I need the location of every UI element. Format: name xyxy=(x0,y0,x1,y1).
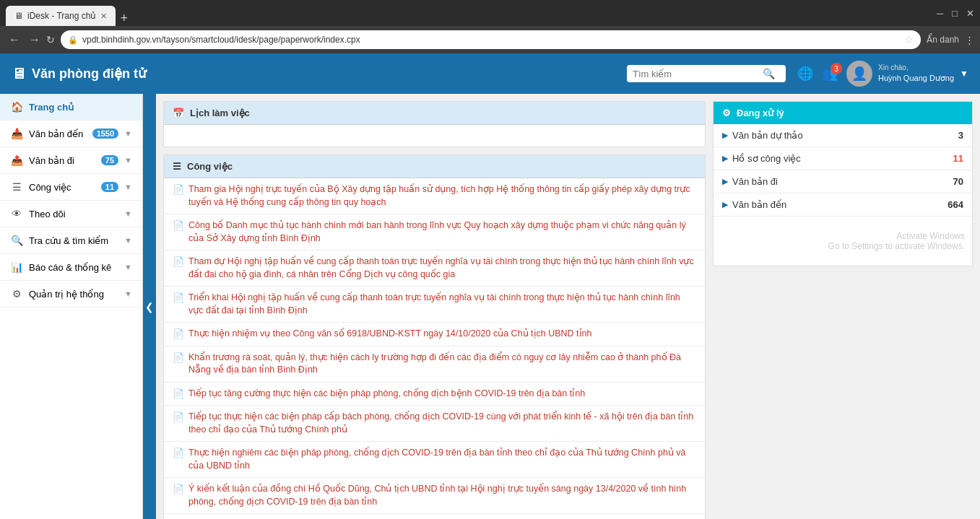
anonym-label: Ẩn danh xyxy=(927,35,959,45)
processing-item-vbd[interactable]: ▶ Văn bản đi 70 xyxy=(714,170,972,193)
sidebar-item-quan-tri[interactable]: ⚙ Quản trị hệ thống ▼ xyxy=(0,281,142,308)
menu-button[interactable]: ⋮ xyxy=(965,35,974,45)
work-link[interactable]: Tham dự Hội nghị tập huấn về cung cấp th… xyxy=(188,256,696,281)
processing-label[interactable]: Văn bản đi xyxy=(732,176,953,187)
work-link[interactable]: Ý kiến kết luận của đồng chí Hồ Quốc Dũn… xyxy=(188,483,696,508)
sidebar-item-cong-viec[interactable]: ☰ Công việc 11 ▼ xyxy=(0,174,142,201)
tab-bar: 🖥 iDesk - Trang chủ ✕ + xyxy=(6,0,132,26)
app-logo: 🖥 Văn phòng điện tử xyxy=(12,66,146,82)
close-button[interactable]: ✕ xyxy=(966,8,974,19)
list-item: 📄 Công bố Danh mục thủ tục hành chính mớ… xyxy=(164,214,705,250)
window-controls: ─ □ ✕ xyxy=(937,8,974,19)
calendar-header: 📅 Lịch làm việc xyxy=(164,102,705,125)
app-body: 🏠 Trang chủ 📥 Văn bản đến 1550 ▼ 📤 Văn b… xyxy=(0,94,980,519)
sidebar-collapse-button[interactable]: ❮ xyxy=(143,94,156,519)
work-link[interactable]: Thực hiện nghiêm các biện pháp phòng, ch… xyxy=(188,447,696,472)
nav-buttons: ← → ↻ xyxy=(6,33,55,46)
work-header: ☰ Công việc xyxy=(164,155,705,178)
list-item: 📄 Tiếp tục tăng cường thực hiện các biện… xyxy=(164,383,705,406)
search-button[interactable]: 🔍 xyxy=(763,68,775,79)
extension-buttons: Ẩn danh ⋮ xyxy=(927,35,974,45)
doc-icon: 📄 xyxy=(173,328,184,339)
chevron-down-icon: ▼ xyxy=(124,209,132,218)
arrow-icon: ▶ xyxy=(722,177,728,186)
user-section[interactable]: 👤 Xin chào, Huỳnh Quang Dương ▼ xyxy=(846,61,968,87)
work-link[interactable]: Tiếp tục tăng cường thực hiện các biện p… xyxy=(188,388,585,401)
work-icon: ☰ xyxy=(173,161,181,172)
arrow-icon: ▶ xyxy=(722,131,728,140)
forward-button[interactable]: → xyxy=(26,33,43,46)
watermark-line1: Activate Windows xyxy=(721,231,965,241)
search-box[interactable]: 🔍 xyxy=(627,65,786,82)
sidebar-item-label: Báo cáo & thống kê xyxy=(29,262,118,273)
processing-label[interactable]: Văn bản dự thảo xyxy=(732,130,958,141)
sidebar-item-trang-chu[interactable]: 🏠 Trang chủ xyxy=(0,94,142,121)
globe-icon[interactable]: 🌐 xyxy=(797,66,813,82)
maximize-button[interactable]: □ xyxy=(952,8,958,19)
processing-item-hoso[interactable]: ▶ Hồ sơ công việc 11 xyxy=(714,147,972,170)
chevron-down-icon: ▼ xyxy=(124,156,132,165)
inbox-icon: 📥 xyxy=(10,128,23,139)
work-title: Công việc xyxy=(187,161,233,172)
work-link[interactable]: Khẩn trương rà soát, quản lý, thực hiện … xyxy=(188,352,696,377)
sidebar-item-van-ban-di[interactable]: 📤 Văn bản đi 75 ▼ xyxy=(0,147,142,174)
processing-item-draft[interactable]: ▶ Văn bản dự thảo 3 xyxy=(714,124,972,147)
lock-icon: 🔒 xyxy=(68,35,78,45)
processing-label[interactable]: Văn bản đến xyxy=(732,199,948,210)
processing-header: ⚙ Đang xử lý xyxy=(714,102,972,124)
tab-close-button[interactable]: ✕ xyxy=(100,12,107,21)
chevron-down-icon: ▼ xyxy=(124,236,132,245)
new-tab-button[interactable]: + xyxy=(116,11,132,26)
processing-item-vbd2[interactable]: ▶ Văn bản đến 664 xyxy=(714,193,972,217)
sidebar-item-van-ban-den[interactable]: 📥 Văn bản đến 1550 ▼ xyxy=(0,121,142,147)
processing-count: 664 xyxy=(948,199,963,210)
processing-count: 70 xyxy=(953,176,963,187)
search-input[interactable] xyxy=(633,69,763,79)
doc-icon: 📄 xyxy=(173,352,184,363)
sidebar-item-bao-cao[interactable]: 📊 Báo cáo & thống kê ▼ xyxy=(0,254,142,281)
list-item: 📄 Tham dự Hội nghị tập huấn về cung cấp … xyxy=(164,250,705,287)
active-tab[interactable]: 🖥 iDesk - Trang chủ ✕ xyxy=(6,6,116,26)
url-bar[interactable]: 🔒 vpdt.binhdinh.gov.vn/tayson/smartcloud… xyxy=(61,30,921,49)
tab-title: iDesk - Trang chủ xyxy=(27,11,96,21)
watermark-line2: Go to Settings to activate Windows. xyxy=(721,241,965,251)
work-link[interactable]: Công bố Danh mục thủ tục hành chính mới … xyxy=(188,219,696,245)
list-item: 📄 Khẩn trương rà soát, quản lý, thực hiệ… xyxy=(164,346,705,383)
reload-button[interactable]: ↻ xyxy=(46,33,55,46)
eye-icon: 👁 xyxy=(10,208,23,219)
sidebar-item-label: Văn bản đến xyxy=(29,128,87,139)
sidebar-item-tra-cuu[interactable]: 🔍 Tra cứu & tìm kiếm ▼ xyxy=(0,227,142,254)
work-link[interactable]: Tham gia Hội nghị trực tuyến của Bộ Xây … xyxy=(188,183,696,209)
sidebar-item-label: Tra cứu & tìm kiếm xyxy=(29,235,118,246)
doc-icon: 📄 xyxy=(173,184,184,195)
back-button[interactable]: ← xyxy=(6,33,23,46)
gear-icon: ⚙ xyxy=(722,108,731,118)
list-item: 📄 Ý kiến kết luận của đồng chí Hồ Quốc D… xyxy=(164,478,705,513)
see-more-row: Xem thêm 1049 dữ liệu khác xyxy=(164,513,705,519)
notification-bell[interactable]: 👥 3 xyxy=(822,66,838,82)
calendar-icon: 📅 xyxy=(173,108,184,118)
cong-viec-badge: 11 xyxy=(101,182,118,192)
sidebar-item-label: Quản trị hệ thống xyxy=(29,289,118,300)
list-item: 📄 Tham gia Hội nghị trực tuyến của Bộ Xâ… xyxy=(164,178,705,214)
work-link[interactable]: Thực hiện nhiệm vụ theo Công văn số 6918… xyxy=(188,328,591,341)
chevron-down-icon: ▼ xyxy=(124,263,132,271)
work-section: ☰ Công việc 📄 Tham gia Hội nghị trực tuy… xyxy=(163,154,706,519)
list-item: 📄 Thực hiện nghiêm các biện pháp phòng, … xyxy=(164,442,705,478)
arrow-icon: ▶ xyxy=(722,200,728,209)
monitor-icon: 🖥 xyxy=(12,66,26,82)
sidebar-item-theo-doi[interactable]: 👁 Theo dõi ▼ xyxy=(0,201,142,227)
doc-icon: 📄 xyxy=(173,256,184,267)
van-ban-den-badge: 1550 xyxy=(92,128,118,139)
app-header: 🖥 Văn phòng điện tử 🔍 🌐 👥 3 👤 Xin chào, … xyxy=(0,53,980,94)
list-item: 📄 Thực hiện nhiệm vụ theo Công văn số 69… xyxy=(164,323,705,346)
bookmark-button[interactable]: ☆ xyxy=(904,34,914,45)
work-link[interactable]: Triển khai Hội nghị tập huấn về cung cấp… xyxy=(188,292,696,317)
header-icons: 🌐 👥 3 👤 Xin chào, Huỳnh Quang Dương ▼ xyxy=(797,61,968,87)
minimize-button[interactable]: ─ xyxy=(937,8,943,19)
processing-label[interactable]: Hồ sơ công việc xyxy=(732,153,953,164)
work-link[interactable]: Tiếp tục thực hiện các biện pháp cấp bác… xyxy=(188,411,696,436)
outbox-icon: 📤 xyxy=(10,154,23,166)
processing-count: 11 xyxy=(953,153,963,164)
doc-icon: 📄 xyxy=(173,484,184,494)
